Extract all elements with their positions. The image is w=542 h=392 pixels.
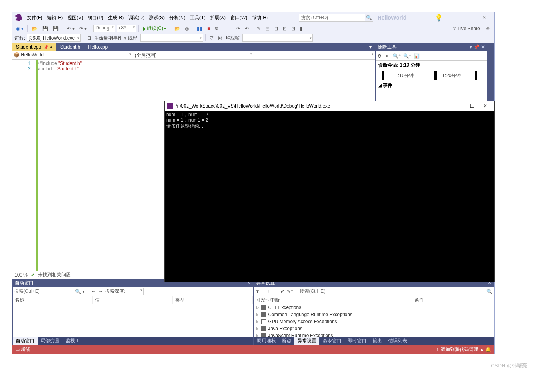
undo-button[interactable]: ↶ ▾ xyxy=(65,25,76,32)
menu-item[interactable]: 视图(V) xyxy=(65,13,85,22)
bottom-tab[interactable]: 输出 xyxy=(370,337,385,345)
step-over-button[interactable]: ↷ xyxy=(235,25,242,32)
bottom-tab[interactable]: 异常设置 xyxy=(294,337,319,345)
exsettings-search-input[interactable] xyxy=(300,288,484,295)
bottom-tab[interactable]: 局部变量 xyxy=(38,337,63,345)
lifecycle-icon[interactable]: ⊡ xyxy=(86,34,93,41)
bottom-tab[interactable]: 断点 xyxy=(279,337,294,345)
checkbox[interactable] xyxy=(261,319,266,324)
filter-icon[interactable]: ▼ xyxy=(255,289,260,294)
console-minimize[interactable]: — xyxy=(452,103,465,109)
tb-icon[interactable]: ⊡ xyxy=(273,25,280,32)
checkbox[interactable] xyxy=(261,333,266,337)
step-out-button[interactable]: ↶ xyxy=(243,25,250,32)
redo-button[interactable]: ↷ ▾ xyxy=(78,25,88,32)
nav-scope2[interactable]: (全局范围) xyxy=(133,51,255,59)
events-header[interactable]: ◢ 事件 xyxy=(376,81,487,90)
minus-icon[interactable]: － xyxy=(273,288,278,295)
config-combo[interactable]: Debug xyxy=(93,25,115,32)
menu-item[interactable]: 帮助(H) xyxy=(249,13,270,22)
tb-icon[interactable]: ⊡ xyxy=(290,25,297,32)
tab-dropdown[interactable]: ▾ xyxy=(365,43,375,51)
platform-combo[interactable]: x86 xyxy=(117,25,136,32)
menu-item[interactable]: 生成(B) xyxy=(106,13,126,22)
nav-scope3[interactable] xyxy=(254,51,375,59)
bottom-tab[interactable]: 监视 1 xyxy=(63,337,82,345)
console-maximize[interactable]: ☐ xyxy=(465,103,479,109)
console-titlebar[interactable]: Y:\002_WorkSpace\002_VS\HelloWorld\Hello… xyxy=(165,101,494,111)
chart-icon[interactable]: 📊 xyxy=(414,53,420,59)
search-go-button[interactable]: 🔍 xyxy=(365,14,373,22)
tb-icon[interactable]: ▮ xyxy=(298,25,304,32)
export-icon[interactable]: ⇥ xyxy=(384,53,388,59)
column-header[interactable]: 条件 xyxy=(412,296,494,304)
nav-scope1[interactable]: 📦 HelloWorld xyxy=(12,51,133,59)
tb-icon[interactable]: ◎ xyxy=(183,25,190,32)
feedback-icon[interactable]: ☺ xyxy=(484,25,492,32)
gear-icon[interactable]: ⚙ xyxy=(377,53,382,59)
bottom-tab[interactable]: 命令窗口 xyxy=(319,337,345,345)
editor-tab[interactable]: Hello.cpp xyxy=(84,43,111,51)
edit-icon[interactable]: ✎⁼ xyxy=(287,289,293,294)
column-header[interactable]: 类型 xyxy=(173,296,253,304)
continue-button[interactable]: ▶ 继续(C) ▾ xyxy=(141,24,168,32)
menu-item[interactable]: 调试(D) xyxy=(126,13,147,22)
panel-dropdown-icon[interactable]: ▾ xyxy=(470,44,472,50)
scm-button[interactable]: 添加到源代码管理 xyxy=(441,346,478,353)
stack-combo[interactable] xyxy=(242,34,313,42)
menu-item[interactable]: 项目(P) xyxy=(85,13,106,22)
search-input[interactable] xyxy=(299,14,365,22)
depth-combo[interactable] xyxy=(128,288,144,295)
bottom-tab[interactable]: 即时窗口 xyxy=(345,337,370,345)
exception-row[interactable]: ▷ Java Exceptions xyxy=(254,325,494,332)
stop-button[interactable]: ■ xyxy=(206,25,212,32)
console-close[interactable]: ✕ xyxy=(479,103,492,109)
menu-item[interactable]: 工具(T) xyxy=(188,13,208,22)
bottom-tab[interactable]: 自动窗口 xyxy=(13,337,38,345)
pause-button[interactable]: ▮▮ xyxy=(196,25,204,32)
arrow-left-icon[interactable]: ← xyxy=(91,289,96,294)
panel-close-icon[interactable]: ✕ xyxy=(481,44,485,50)
menu-item[interactable]: 测试(S) xyxy=(147,13,167,22)
save-button[interactable]: 💾 xyxy=(41,25,50,32)
thread-combo[interactable] xyxy=(140,34,203,42)
exception-row[interactable]: ▷ GPU Memory Access Exceptions xyxy=(254,318,494,325)
panel-pin-icon[interactable]: 📌 xyxy=(474,44,479,50)
search-icon[interactable]: 🔍 ▾ xyxy=(75,289,84,294)
column-header[interactable]: 值 xyxy=(93,296,173,304)
checkbox[interactable] xyxy=(261,305,266,310)
tb-icon[interactable]: 📂 xyxy=(173,25,182,32)
nav-back-button[interactable]: ◉ ▾ xyxy=(14,25,25,32)
bottom-tab[interactable]: 错误列表 xyxy=(385,337,410,345)
check-icon[interactable]: ✔ xyxy=(280,289,284,294)
restart-button[interactable]: ↻ xyxy=(213,25,220,32)
bottom-tab[interactable]: 调用堆栈 xyxy=(254,337,279,345)
exception-row[interactable]: ▷ JavaScript Runtime Exceptions xyxy=(254,332,494,337)
editor-tab[interactable]: Student.h xyxy=(56,43,84,51)
tb-icon[interactable]: ✎ xyxy=(255,25,262,32)
timeline[interactable]: 1:10分钟 1:20分钟 xyxy=(376,70,487,81)
tb-icon[interactable]: ▽ xyxy=(208,34,215,41)
live-share-button[interactable]: ⇪ Live Share xyxy=(450,25,483,32)
zoom-out-icon[interactable]: 🔍⁻ xyxy=(403,53,411,59)
minimize-button[interactable]: — xyxy=(443,15,459,20)
maximize-button[interactable]: ☐ xyxy=(460,15,476,20)
tb-icon[interactable]: ⊡ xyxy=(281,25,288,32)
step-into-button[interactable]: → xyxy=(225,25,233,32)
zoom-combo[interactable]: 100 % xyxy=(14,272,28,278)
search-icon[interactable]: 🔍 xyxy=(486,289,492,294)
exception-row[interactable]: ▷ C++ Exceptions xyxy=(254,304,494,311)
tb-icon[interactable]: ⊟ xyxy=(264,25,271,32)
menu-item[interactable]: 编辑(E) xyxy=(45,13,65,22)
checkbox[interactable] xyxy=(261,326,266,331)
checkbox[interactable] xyxy=(261,312,266,317)
editor-tab[interactable]: Student.cpp 📌 ✕ xyxy=(12,43,56,51)
zoom-in-icon[interactable]: 🔍⁺ xyxy=(393,53,401,59)
menu-item[interactable]: 窗口(W) xyxy=(228,13,249,22)
exception-row[interactable]: ▷ Common Language Runtime Exceptions xyxy=(254,311,494,318)
plus-icon[interactable]: ＋ xyxy=(266,288,271,295)
save-all-button[interactable]: 💾 xyxy=(51,25,60,32)
menu-item[interactable]: 扩展(X) xyxy=(208,13,228,22)
arrow-right-icon[interactable]: → xyxy=(98,289,103,294)
process-combo[interactable]: [3680] HelloWorld.exe xyxy=(27,34,81,42)
